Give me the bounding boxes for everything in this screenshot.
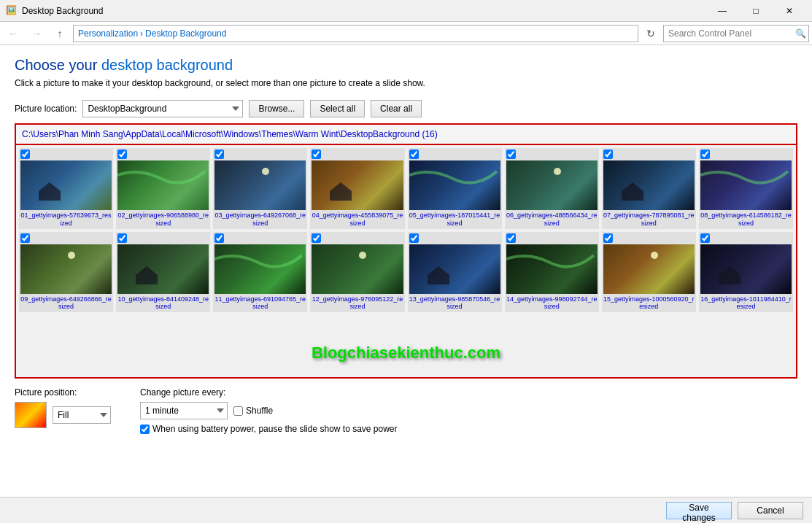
battery-text: When using battery power, pause the slid…	[152, 424, 398, 434]
change-picture-label: Change picture every:	[140, 387, 398, 398]
browse-button[interactable]: Browse...	[249, 100, 304, 117]
image-label: 05_gettyimages-187015441_resized	[409, 212, 500, 228]
svg-point-7	[359, 252, 366, 259]
image-checkbox[interactable]	[20, 150, 30, 159]
image-label: 11_gettyimages-691094765_resized	[214, 295, 306, 311]
position-section: Picture position: Fill Fit Stretch Tile …	[15, 387, 111, 428]
image-cell[interactable]: 02_gettyimages-906588980_resized	[116, 148, 210, 229]
image-cell[interactable]: 04_gettyimages-455839075_resized	[310, 148, 404, 229]
image-cell[interactable]: 05_gettyimages-187015441_resized	[408, 148, 502, 229]
image-checkbox[interactable]	[214, 233, 224, 243]
select-all-button[interactable]: Select all	[310, 100, 365, 117]
shuffle-label[interactable]: Shuffle	[233, 406, 273, 416]
controls-row: Picture location: DesktopBackground Brow…	[15, 100, 797, 117]
footer: Save changes Cancel	[0, 497, 812, 523]
image-checkbox[interactable]	[214, 150, 224, 159]
image-checkbox[interactable]	[603, 233, 613, 243]
svg-marker-8	[428, 266, 449, 284]
image-cell[interactable]: 12_gettyimages-976095122_resized	[310, 232, 404, 313]
image-cell[interactable]: 13_gettyimages-985870546_resized	[408, 232, 502, 313]
image-label: 09_gettyimages-649266866_resized	[20, 295, 112, 311]
image-checkbox[interactable]	[117, 150, 127, 159]
image-label: 12_gettyimages-976095122_resized	[312, 295, 403, 311]
subtitle: Click a picture to make it your desktop …	[15, 78, 797, 88]
image-cell[interactable]: 15_gettyimages-1000560920_resized	[602, 232, 696, 313]
bottom-section: Picture position: Fill Fit Stretch Tile …	[15, 387, 797, 434]
image-cell[interactable]: 06_gettyimages-488566434_resized	[505, 148, 599, 229]
image-cell[interactable]: 03_gettyimages-649267068_resized	[213, 148, 307, 229]
image-label: 16_gettyimages-1011984410_resized	[700, 295, 792, 311]
image-cell[interactable]: 07_gettyimages-787895081_resized	[602, 148, 696, 229]
svg-point-9	[651, 252, 658, 259]
save-button[interactable]: Save changes	[666, 502, 732, 519]
image-label: 04_gettyimages-455839075_resized	[312, 212, 403, 228]
svg-point-1	[262, 168, 269, 175]
image-label: 01_gettyimages-57639673_resized	[20, 212, 112, 228]
battery-checkbox[interactable]	[140, 425, 150, 434]
svg-marker-0	[39, 182, 61, 201]
image-checkbox[interactable]	[700, 233, 710, 243]
position-dropdown[interactable]: Fill Fit Stretch Tile Center Span	[53, 406, 111, 424]
battery-row: When using battery power, pause the slid…	[140, 424, 398, 434]
search-input[interactable]	[663, 25, 809, 42]
search-container: 🔍	[663, 25, 809, 42]
image-checkbox[interactable]	[117, 233, 127, 243]
svg-marker-6	[136, 266, 158, 284]
title-text: Desktop Background	[22, 6, 705, 16]
image-cell[interactable]: 16_gettyimages-1011984410_resized	[699, 232, 793, 313]
image-cell[interactable]: 10_gettyimages-841409248_resized	[116, 232, 210, 313]
desktop-background-link[interactable]: Desktop Background	[145, 28, 226, 39]
image-label: 14_gettyimages-998092744_resized	[506, 295, 598, 311]
page-title: Choose your desktop background	[15, 57, 797, 74]
image-checkbox[interactable]	[312, 233, 321, 243]
image-cell[interactable]: 14_gettyimages-998092744_resized	[505, 232, 599, 313]
image-cell[interactable]: 11_gettyimages-691094765_resized	[213, 232, 307, 313]
back-button[interactable]: ←	[3, 24, 23, 43]
image-checkbox[interactable]	[409, 150, 419, 159]
shuffle-checkbox[interactable]	[233, 406, 243, 416]
svg-marker-10	[719, 266, 741, 284]
image-checkbox[interactable]	[20, 233, 30, 243]
clear-all-button[interactable]: Clear all	[371, 100, 422, 117]
image-checkbox[interactable]	[506, 233, 516, 243]
forward-button[interactable]: →	[26, 24, 47, 43]
app-icon: 🖼️	[6, 5, 18, 17]
image-label: 02_gettyimages-906588980_resized	[117, 212, 209, 228]
image-checkbox[interactable]	[700, 150, 710, 159]
minimize-button[interactable]: —	[705, 0, 739, 22]
path-box: C:\Users\Phan Minh Sang\AppData\Local\Mi…	[15, 123, 797, 145]
position-label: Picture position:	[15, 387, 111, 398]
image-checkbox[interactable]	[312, 150, 321, 159]
battery-label[interactable]: When using battery power, pause the slid…	[140, 424, 398, 434]
change-picture-section: Change picture every: 1 minute 2 minutes…	[140, 387, 398, 434]
refresh-button[interactable]: ↻	[641, 24, 660, 43]
close-button[interactable]: ✕	[773, 0, 806, 22]
svg-marker-2	[330, 182, 352, 201]
image-label: 06_gettyimages-488566434_resized	[506, 212, 598, 228]
svg-marker-4	[622, 182, 643, 201]
position-selector: Fill Fit Stretch Tile Center Span	[15, 402, 111, 428]
up-button[interactable]: ↑	[50, 24, 70, 43]
image-checkbox[interactable]	[603, 150, 613, 159]
interval-dropdown[interactable]: 1 minute 2 minutes 5 minutes 10 minutes …	[140, 402, 228, 419]
maximize-button[interactable]: □	[739, 0, 773, 22]
image-cell[interactable]: 08_gettyimages-614586182_resized	[699, 148, 793, 229]
image-cell[interactable]: 09_gettyimages-649266866_resized	[19, 232, 113, 313]
image-label: 03_gettyimages-649267068_resized	[214, 212, 306, 228]
search-icon[interactable]: 🔍	[794, 28, 806, 39]
svg-point-3	[554, 168, 561, 175]
shuffle-text: Shuffle	[246, 406, 273, 416]
image-label: 07_gettyimages-787895081_resized	[603, 212, 695, 228]
location-dropdown[interactable]: DesktopBackground	[82, 100, 243, 117]
title-bar: 🖼️ Desktop Background — □ ✕	[0, 0, 812, 22]
personalization-link[interactable]: Personalization	[78, 28, 138, 39]
title-controls: — □ ✕	[705, 0, 806, 22]
image-checkbox[interactable]	[409, 233, 419, 243]
picture-location-label: Picture location:	[15, 104, 77, 114]
cancel-button[interactable]: Cancel	[738, 502, 803, 519]
image-cell[interactable]: 01_gettyimages-57639673_resized	[19, 148, 113, 229]
image-label: 10_gettyimages-841409248_resized	[117, 295, 209, 311]
image-grid-container: 01_gettyimages-57639673_resized02_gettyi…	[15, 145, 797, 379]
image-checkbox[interactable]	[506, 150, 516, 159]
svg-point-5	[68, 252, 75, 259]
